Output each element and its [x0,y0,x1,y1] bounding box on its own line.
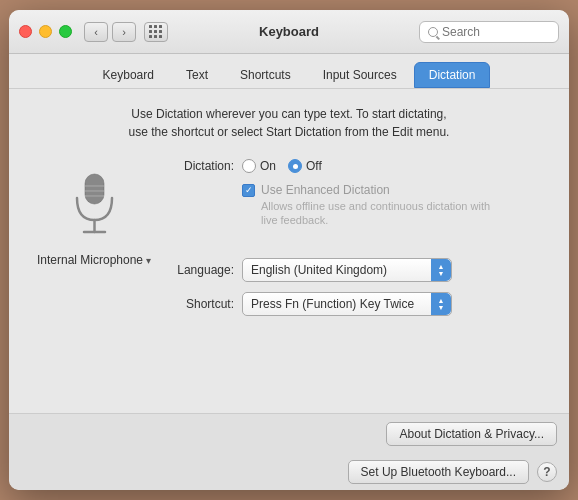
language-value: English (United Kingdom) [251,263,387,277]
radio-off-label: Off [306,159,322,173]
content-area: Use Dictation wherever you can type text… [9,89,569,413]
tab-bar: Keyboard Text Shortcuts Input Sources Di… [9,54,569,89]
forward-button[interactable]: › [112,22,136,42]
mic-dropdown-arrow: ▾ [146,255,151,266]
description-text: Use Dictation wherever you can type text… [29,105,549,141]
bottom-bar-bluetooth: Set Up Bluetooth Keyboard... ? [9,454,569,490]
settings-area: Dictation: On Off [159,155,549,397]
window-title: Keyboard [259,24,319,39]
titlebar: ‹ › Keyboard [9,10,569,54]
enhanced-row: Use Enhanced Dictation Allows offline us… [242,183,549,228]
tab-text[interactable]: Text [171,62,223,88]
main-area: Internal Microphone ▾ Dictation: On [29,155,549,397]
keyboard-window: ‹ › Keyboard Keyboard Text Shortcuts Inp… [9,10,569,490]
radio-on[interactable]: On [242,159,276,173]
search-icon [428,27,438,37]
mic-area: Internal Microphone ▾ [29,155,159,397]
enhanced-title: Use Enhanced Dictation [261,183,490,197]
maximize-button[interactable] [59,25,72,38]
search-box[interactable] [419,21,559,43]
tab-keyboard[interactable]: Keyboard [88,62,169,88]
close-button[interactable] [19,25,32,38]
shortcut-value: Press Fn (Function) Key Twice [251,297,414,311]
stepper-up-icon: ▲ [438,263,445,270]
shortcut-select[interactable]: Press Fn (Function) Key Twice ▲ ▼ [242,292,452,316]
back-button[interactable]: ‹ [84,22,108,42]
mic-label[interactable]: Internal Microphone ▾ [37,253,151,267]
language-label: Language: [159,263,234,277]
traffic-lights [19,25,72,38]
bottom-bar-privacy: About Dictation & Privacy... [9,413,569,454]
grid-button[interactable] [144,22,168,42]
dictation-row: Dictation: On Off [159,159,549,173]
shortcut-label: Shortcut: [159,297,234,311]
language-row: Language: English (United Kingdom) ▲ ▼ [159,258,549,282]
shortcut-row: Shortcut: Press Fn (Function) Key Twice … [159,292,549,316]
help-button[interactable]: ? [537,462,557,482]
bluetooth-keyboard-button[interactable]: Set Up Bluetooth Keyboard... [348,460,529,484]
language-select[interactable]: English (United Kingdom) ▲ ▼ [242,258,452,282]
svg-rect-0 [85,174,104,204]
tab-shortcuts[interactable]: Shortcuts [225,62,306,88]
shortcut-stepper-up-icon: ▲ [438,297,445,304]
microphone-icon [64,165,124,245]
tab-dictation[interactable]: Dictation [414,62,491,88]
tab-input-sources[interactable]: Input Sources [308,62,412,88]
shortcut-select-wrapper: Press Fn (Function) Key Twice ▲ ▼ [242,292,452,316]
enhanced-text: Use Enhanced Dictation Allows offline us… [261,183,490,228]
radio-on-label: On [260,159,276,173]
language-select-wrapper: English (United Kingdom) ▲ ▼ [242,258,452,282]
mic-label-text: Internal Microphone [37,253,143,267]
language-stepper[interactable]: ▲ ▼ [431,259,451,281]
stepper-down-icon: ▼ [438,270,445,277]
minimize-button[interactable] [39,25,52,38]
shortcut-stepper-down-icon: ▼ [438,304,445,311]
radio-on-circle[interactable] [242,159,256,173]
grid-icon [149,25,163,39]
radio-group: On Off [242,159,322,173]
radio-off[interactable]: Off [288,159,322,173]
dictation-label: Dictation: [159,159,234,173]
nav-buttons: ‹ › [84,22,136,42]
search-input[interactable] [442,25,550,39]
enhanced-checkbox[interactable] [242,184,255,197]
shortcut-stepper[interactable]: ▲ ▼ [431,293,451,315]
radio-off-circle[interactable] [288,159,302,173]
enhanced-subtitle: Allows offline use and continuous dictat… [261,199,490,228]
about-privacy-button[interactable]: About Dictation & Privacy... [386,422,557,446]
